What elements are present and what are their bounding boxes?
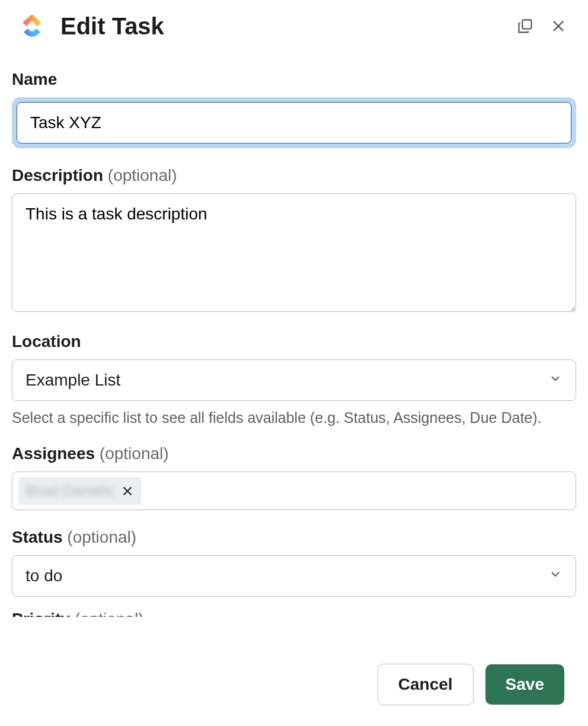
field-assignees: Assignees (optional) Brad Daniels [12, 444, 576, 510]
location-select[interactable]: Example List [12, 359, 576, 401]
assignee-tag: Brad Daniels [18, 477, 141, 505]
description-textarea[interactable] [12, 193, 576, 312]
optional-hint: (optional) [108, 166, 177, 184]
remove-tag-icon[interactable] [121, 485, 134, 498]
description-label: Description (optional) [12, 166, 576, 185]
optional-hint: (optional) [67, 528, 136, 546]
field-location: Location Example List Select a specific … [12, 332, 576, 426]
dialog-content: Name Description (optional) Location Exa… [0, 52, 588, 623]
name-input-focus-ring [12, 97, 576, 148]
field-description: Description (optional) [12, 166, 576, 314]
clickup-logo-icon [18, 12, 46, 40]
status-value: to do [25, 566, 62, 585]
name-label: Name [12, 70, 576, 89]
svg-rect-0 [522, 20, 531, 29]
cancel-button[interactable]: Cancel [378, 664, 474, 705]
name-input[interactable] [17, 102, 571, 144]
status-select[interactable]: to do [12, 555, 576, 597]
chevron-down-icon [548, 371, 563, 390]
assignees-input[interactable]: Brad Daniels [12, 472, 576, 510]
field-priority-label-cutoff: Priority (optional) [12, 609, 576, 617]
close-icon[interactable] [547, 14, 570, 38]
assignees-label: Assignees (optional) [12, 444, 576, 463]
assignee-name: Brad Daniels [25, 482, 114, 500]
location-label: Location [12, 332, 576, 351]
optional-hint: (optional) [100, 444, 169, 463]
location-helper: Select a specific list to see all fields… [12, 409, 576, 426]
dialog-title: Edit Task [60, 13, 513, 40]
open-new-window-icon[interactable] [513, 14, 537, 38]
location-value: Example List [25, 371, 120, 390]
status-label: Status (optional) [12, 528, 576, 547]
dialog-footer: Cancel Save [0, 643, 588, 726]
chevron-down-icon [548, 566, 563, 585]
field-name: Name [12, 70, 576, 148]
field-status: Status (optional) to do [12, 528, 576, 597]
save-button[interactable]: Save [485, 664, 564, 705]
dialog-header: Edit Task [0, 0, 588, 52]
